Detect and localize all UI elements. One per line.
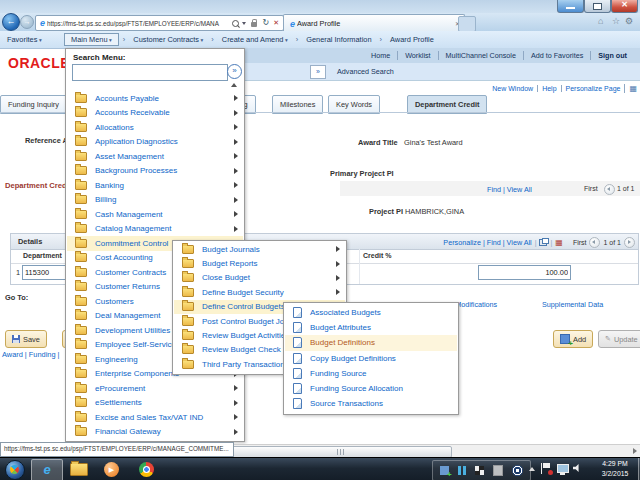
tray-app-plus-icon[interactable] [440,466,449,475]
menu-item[interactable]: Close Budget [174,271,345,285]
header-link[interactable]: Sign out [590,51,634,60]
breadcrumb-item[interactable]: Create and Amend [207,34,291,45]
tray-checker-icon[interactable] [475,466,484,475]
breadcrumb-item[interactable]: Main Menu [64,33,119,46]
menu-item[interactable]: Allocations [67,120,243,135]
clock-time: 4:29 PM [592,459,638,469]
header-expand-button[interactable]: » [310,65,326,79]
oracle-logo: ORACLE [8,55,70,71]
menu-item[interactable]: eSettlements [67,396,243,411]
taskbar-ie-button[interactable]: e [31,459,63,480]
breadcrumb-item[interactable]: General Information [292,34,376,45]
taskbar-mediaplayer-icon[interactable]: ▶ [104,462,119,477]
taskbar-folder-icon[interactable] [70,463,88,476]
tray-disc-icon[interactable] [512,465,523,476]
menu-item[interactable]: Funding Source [285,366,457,381]
browser-tab[interactable]: e Award Profile ✕ [283,14,465,32]
breadcrumb-item[interactable]: Customer Contracts [119,34,207,45]
footer-links[interactable]: Award | Funding | [2,350,60,359]
menu-item[interactable]: Financial Gateway [67,425,243,440]
minimize-button[interactable] [557,0,584,13]
menu-item[interactable]: Excise and Sales Tax/VAT IND [67,410,243,425]
breadcrumb-item[interactable]: Award Profile [376,34,438,45]
pi-prev-icon[interactable] [604,184,615,195]
supplemental-data-link[interactable]: Supplemental Data [542,300,603,309]
menu-item[interactable]: Asset Management [67,149,243,164]
forward-button[interactable]: → [20,15,34,29]
header-link[interactable]: Add to Favorites [523,51,590,60]
copy-url-icon[interactable]: ▦ [624,84,637,93]
search-icon[interactable] [232,20,239,27]
restore-button[interactable] [584,0,611,13]
menu-item[interactable]: Funding Source Allocation [285,381,457,396]
url-box[interactable]: e https://fms-tst.ps.sc.edu/psp/FTST/EMP… [35,15,284,31]
credit-input[interactable] [478,265,571,280]
hscrollbar-right-arrow[interactable] [633,448,637,454]
new-tab-stub[interactable] [458,16,476,32]
define-control-budgets-panel: Associated Budgets Budget Attributes Bud… [283,302,459,415]
menu-item[interactable]: Cash Management [67,207,243,222]
stop-icon[interactable]: ✕ [273,19,279,27]
folder-icon [75,253,87,262]
start-button[interactable] [5,460,25,480]
menu-item[interactable]: Accounts Receivable [67,106,243,121]
menu-item[interactable]: Budget Journals [174,242,345,256]
department-input[interactable] [22,265,70,280]
add-button[interactable]: Add [553,330,593,348]
department-credit-section-title: Department Credit [5,181,71,190]
details-toolbar-links[interactable]: Personalize | Find | View All [443,238,531,247]
show-hidden-icons[interactable] [529,467,535,471]
menu-item[interactable]: Copy Budget Definitions [285,351,457,366]
chevron-down-icon[interactable] [242,22,246,25]
search-menu-input[interactable] [72,64,228,81]
menu-item[interactable]: Billing [67,193,243,208]
tray-window-icon[interactable] [493,465,503,476]
menu-item[interactable]: Background Processes [67,164,243,179]
menu-item[interactable]: Banking [67,178,243,193]
speaker-icon[interactable] [573,464,582,472]
menu-item[interactable]: Source Transactions [285,396,457,411]
details-count: 1 of 1 [603,239,621,246]
folder-icon [75,239,87,248]
home-icon[interactable]: ⌂ [598,16,603,26]
advanced-search-link[interactable]: Advanced Search [337,67,394,76]
back-button[interactable]: ← [2,13,20,31]
popout-icon[interactable] [539,239,547,246]
page-icon [293,337,302,348]
star-icon[interactable]: ☆ [612,16,620,26]
network-icon[interactable] [557,464,569,473]
refresh-icon[interactable]: ↻ [262,19,269,27]
gear-icon[interactable]: ⚙ [625,16,633,26]
details-next-icon[interactable] [624,237,635,248]
menu-item[interactable]: Application Diagnostics [67,135,243,150]
tray-pause-icon[interactable] [458,466,466,475]
personalize-page-link[interactable]: Personalize Page [561,85,621,92]
favorites-menu[interactable]: Favorites [7,35,42,44]
header-link[interactable]: Home [364,51,397,60]
taskbar-clock[interactable]: 4:29 PM 3/2/2015 [592,459,638,480]
new-window-link[interactable]: New Window [492,85,533,92]
menu-item[interactable]: Budget Definitions [285,335,457,350]
save-button[interactable]: Save [5,330,47,348]
folder-icon [75,355,87,364]
pi-find-links[interactable]: Find | View All [487,185,532,194]
menu-item[interactable]: Accounts Payable [67,91,243,106]
details-prev-icon[interactable] [589,237,600,248]
folder-icon [75,181,87,190]
actioncenter-flag-icon[interactable] [541,463,550,474]
menu-item[interactable]: Associated Budgets [285,305,457,320]
menu-scroll-up-icon[interactable] [231,83,237,87]
menu-item[interactable]: eProcurement [67,381,243,396]
taskbar-chrome-icon[interactable] [139,462,154,477]
help-link[interactable]: Help [537,85,556,92]
close-button[interactable]: ✕ [611,0,638,13]
header-link[interactable]: MultiChannel Console [438,51,523,60]
menu-item[interactable]: Catalog Management [67,222,243,237]
menu-item[interactable]: Define Budget Security [174,285,345,299]
url-text[interactable]: https://fms-tst.ps.sc.edu/psp/FTST/EMPLO… [47,20,231,27]
search-go-button[interactable]: » [227,64,242,79]
menu-item[interactable]: Budget Attributes [285,320,457,335]
grid-download-icon[interactable]: ▦ [555,239,563,246]
header-link[interactable]: Worklist [397,51,437,60]
menu-item[interactable]: Budget Reports [174,256,345,270]
